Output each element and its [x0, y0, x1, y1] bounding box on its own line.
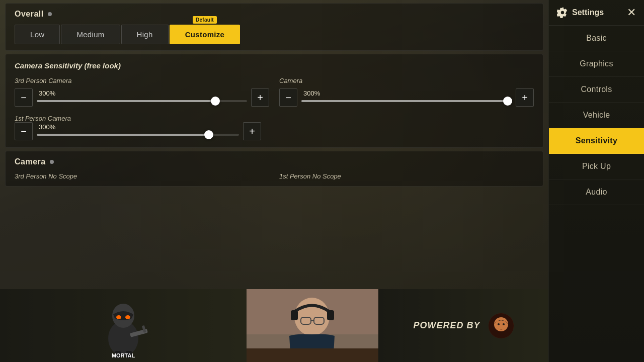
camera-right-thumb[interactable]	[503, 97, 512, 106]
third-person-no-scope-label: 3rd Person No Scope	[15, 172, 269, 180]
svg-rect-12	[291, 310, 298, 320]
sidebar: Settings ✕ Basic Graphics Controls Vehic…	[548, 0, 644, 362]
preset-low-button[interactable]: Low	[15, 25, 60, 44]
overall-title: Overall	[15, 10, 44, 19]
mortal-logo: MORTAL	[96, 293, 151, 358]
sensitivity-two-col: 3rd Person Camera − 300% + Camera	[15, 77, 534, 107]
settings-label: Settings	[572, 8, 604, 17]
overall-header: Overall	[15, 10, 534, 19]
svg-point-2	[116, 315, 121, 319]
svg-point-20	[498, 323, 500, 325]
camera-right-minus-button[interactable]: −	[279, 88, 297, 107]
default-badge: Default	[193, 16, 217, 24]
sidebar-item-controls[interactable]: Controls	[549, 77, 644, 103]
first-person-slider-row: − 300% +	[15, 122, 261, 140]
third-person-camera-group: 3rd Person Camera − 300% +	[15, 77, 269, 107]
camera-right-value: 300%	[303, 89, 320, 97]
sidebar-item-graphics[interactable]: Graphics	[549, 51, 644, 77]
sidebar-item-vehicle[interactable]: Vehicle	[549, 103, 644, 128]
sidebar-item-basic[interactable]: Basic	[549, 26, 644, 51]
sidebar-nav: Basic Graphics Controls Vehicle Sensitiv…	[549, 26, 644, 362]
first-person-value: 300%	[39, 123, 55, 131]
camera-right-track	[301, 100, 512, 102]
third-person-minus-button[interactable]: −	[15, 88, 33, 107]
first-person-minus-button[interactable]: −	[15, 122, 33, 140]
camera-right-plus-button[interactable]: +	[516, 88, 534, 107]
camera-right-fill	[301, 100, 508, 102]
camera-section-header: Camera	[15, 157, 534, 166]
camera-sensitivity-title: Camera Sensitivity (free look)	[15, 61, 534, 70]
camera-right-label: Camera	[279, 77, 534, 84]
first-person-track	[37, 134, 239, 136]
camera-right-slider-container[interactable]: 300%	[301, 88, 512, 107]
first-person-camera-label: 1st Person Camera	[15, 115, 261, 122]
camera-dot-icon	[50, 160, 54, 164]
webcam-area	[247, 289, 378, 362]
first-person-fill	[37, 134, 209, 136]
camera-section: Camera 3rd Person No Scope 1st Person No…	[5, 151, 543, 187]
close-button[interactable]: ✕	[627, 7, 636, 18]
scope-row: 3rd Person No Scope 1st Person No Scope	[15, 172, 534, 180]
third-person-track	[37, 100, 247, 102]
camera-right-slider-row: − 300% +	[279, 88, 534, 107]
overall-dot-icon	[48, 12, 52, 16]
first-person-plus-button[interactable]: +	[243, 122, 261, 140]
bottom-overlay: MORTAL	[0, 289, 548, 362]
powered-by-area: POWERED BY	[378, 289, 548, 362]
svg-point-19	[494, 317, 508, 331]
camera-section-title: Camera	[15, 157, 46, 166]
camera-right-group: Camera − 300% +	[279, 77, 534, 107]
third-person-slider-row: − 300% +	[15, 88, 269, 107]
sidebar-header: Settings ✕	[549, 0, 644, 26]
third-person-fill	[37, 100, 215, 102]
first-person-camera-group: 1st Person Camera − 300% +	[15, 115, 261, 140]
third-person-thumb[interactable]	[211, 97, 220, 106]
sidebar-item-sensitivity[interactable]: Sensitivity	[549, 128, 644, 154]
svg-point-11	[294, 298, 330, 336]
webcam-silhouette-icon	[247, 289, 378, 362]
preset-buttons: Low Medium High Default Customize	[15, 25, 534, 44]
gear-icon	[557, 7, 568, 18]
svg-text:MORTAL: MORTAL	[112, 352, 135, 358]
camera-sensitivity-section: Camera Sensitivity (free look) 3rd Perso…	[5, 54, 543, 148]
sidebar-item-audio[interactable]: Audio	[549, 179, 644, 205]
preset-customize-button[interactable]: Default Customize	[170, 25, 240, 44]
sidebar-header-left: Settings	[557, 7, 604, 18]
preset-medium-button[interactable]: Medium	[61, 25, 120, 44]
first-person-thumb[interactable]	[204, 130, 213, 139]
third-person-value: 300%	[39, 89, 55, 97]
mortal-logo-area: MORTAL	[0, 289, 247, 362]
thuglife-logo-icon	[489, 313, 514, 338]
first-person-slider-container[interactable]: 300%	[37, 122, 239, 140]
first-person-no-scope-label: 1st Person No Scope	[279, 172, 534, 180]
third-person-plus-button[interactable]: +	[251, 88, 269, 107]
webcam-person	[247, 289, 378, 362]
sidebar-item-pickup[interactable]: Pick Up	[549, 154, 644, 179]
svg-rect-13	[327, 310, 334, 320]
third-person-camera-label: 3rd Person Camera	[15, 77, 269, 84]
preset-high-button[interactable]: High	[121, 25, 169, 44]
main-content: Overall Low Medium High Default Customiz…	[0, 0, 548, 362]
third-person-slider-container[interactable]: 300%	[37, 88, 247, 107]
overall-section: Overall Low Medium High Default Customiz…	[5, 3, 543, 51]
svg-rect-17	[247, 348, 378, 362]
svg-point-21	[503, 323, 505, 325]
mortal-mascot-icon: MORTAL	[96, 293, 151, 358]
powered-by-text: POWERED BY	[413, 320, 480, 331]
thuglife-icon	[489, 313, 514, 338]
svg-point-3	[125, 315, 130, 319]
